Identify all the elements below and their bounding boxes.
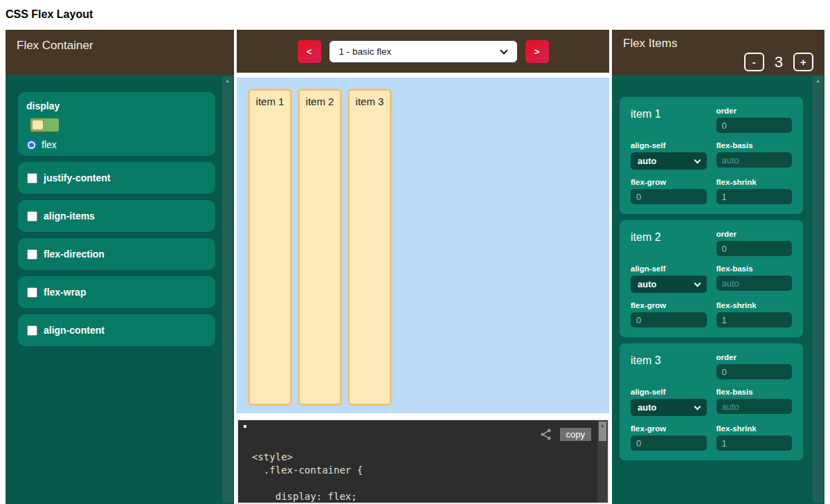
- item-3-flex-shrink-field: flex-shrink: [716, 424, 793, 451]
- item-1-flex-basis-input[interactable]: [716, 152, 793, 168]
- item-3-align-self-value: auto: [638, 402, 656, 413]
- item-1-align-self-field: align-self auto: [631, 141, 707, 170]
- flex-items-panel-body: item 1 order align-self auto flex-basis: [612, 75, 824, 504]
- code-cursor-dot: [244, 425, 246, 428]
- flex-container-panel: Flex Container display flex justify-cont…: [6, 30, 234, 504]
- justify-content-label: justify-content: [44, 172, 110, 183]
- decrease-items-button[interactable]: -: [744, 53, 764, 71]
- property-card-flex-direction: flex-direction: [18, 238, 215, 270]
- chevron-down-icon: [694, 157, 701, 164]
- item-2-order-field: order: [716, 230, 793, 256]
- item-2-order-input[interactable]: [716, 241, 793, 256]
- preview-panel: < 1 - basic flex > item 1 item 2 item 3: [237, 30, 609, 504]
- code-toolbar: copy: [539, 428, 591, 441]
- flex-container-panel-header: Flex Container: [6, 30, 234, 75]
- item-1-flex-grow-input[interactable]: [631, 189, 707, 204]
- item-3-align-self-field: align-self auto: [631, 388, 707, 416]
- item-1-align-self-value: auto: [638, 156, 656, 166]
- scroll-up-icon[interactable]: ▲: [813, 76, 823, 86]
- item-1-align-self-select[interactable]: auto: [631, 152, 707, 170]
- justify-content-checkbox[interactable]: [27, 173, 37, 183]
- item-3-order-input[interactable]: [716, 364, 793, 379]
- flex-preview-item-1: item 1: [248, 89, 292, 406]
- item-card-1: item 1 order align-self auto flex-basis: [620, 97, 803, 214]
- item-1-order-input[interactable]: [716, 118, 793, 133]
- code-scrollbar-thumb[interactable]: ▲: [599, 422, 606, 441]
- display-card: display flex: [18, 92, 215, 156]
- item-3-flex-grow-input[interactable]: [631, 435, 707, 451]
- item-card-3: item 3 order align-self auto flex-basis: [620, 343, 803, 460]
- flex-preview-item-2: item 2: [298, 89, 342, 406]
- preview-header: < 1 - basic flex >: [237, 30, 609, 73]
- item-3-order-field: order: [716, 353, 793, 379]
- flex-items-panel: Flex Items - 3 + item 1 order align-self…: [612, 30, 824, 504]
- flex-grow-label: flex-grow: [631, 424, 707, 433]
- chevron-down-icon: [694, 280, 701, 287]
- item-3-flex-basis-field: flex-basis: [716, 388, 793, 416]
- flex-shrink-label: flex-shrink: [716, 178, 793, 186]
- code-line: [252, 477, 608, 490]
- item-2-flex-grow-field: flex-grow: [631, 301, 707, 327]
- flex-grow-label: flex-grow: [631, 178, 707, 186]
- flex-preview-item-3: item 3: [348, 89, 392, 406]
- display-toggle[interactable]: [29, 117, 60, 133]
- property-card-align-content: align-content: [18, 314, 215, 346]
- code-content[interactable]: <style> .flex-container { display: flex;: [252, 451, 608, 503]
- increase-items-button[interactable]: +: [793, 53, 813, 71]
- preset-select[interactable]: 1 - basic flex: [329, 40, 518, 63]
- display-flex-radio-label: flex: [42, 139, 57, 150]
- item-2-align-self-select[interactable]: auto: [631, 276, 707, 293]
- flex-items-panel-header: Flex Items - 3 +: [612, 30, 824, 75]
- copy-button[interactable]: copy: [560, 428, 591, 441]
- next-preset-button[interactable]: >: [525, 40, 549, 63]
- item-1-flex-shrink-input[interactable]: [716, 189, 793, 204]
- item-2-flex-grow-input[interactable]: [631, 312, 707, 327]
- page-title: CSS Flex Layout: [6, 7, 830, 21]
- item-card-2: item 2 order align-self auto flex-basis: [620, 220, 803, 337]
- items-count: 3: [775, 53, 783, 71]
- item-3-align-self-select[interactable]: auto: [631, 399, 707, 416]
- flex-basis-label: flex-basis: [716, 388, 793, 396]
- chevron-down-icon: [694, 404, 701, 411]
- flex-shrink-label: flex-shrink: [716, 301, 793, 309]
- display-flex-radio[interactable]: [26, 140, 37, 150]
- item-3-title: item 3: [631, 353, 707, 367]
- order-label: order: [716, 230, 793, 238]
- flex-direction-checkbox[interactable]: [27, 249, 37, 260]
- left-panel-scrollbar[interactable]: ▲: [222, 76, 233, 503]
- item-2-flex-shrink-input[interactable]: [716, 312, 793, 327]
- item-1-flex-shrink-field: flex-shrink: [716, 178, 793, 204]
- share-icon[interactable]: [539, 428, 552, 441]
- flex-wrap-checkbox[interactable]: [27, 287, 37, 298]
- code-panel: copy <style> .flex-container { display: …: [237, 419, 609, 504]
- item-1-flex-grow-field: flex-grow: [631, 178, 707, 204]
- align-content-label: align-content: [44, 325, 105, 336]
- item-2-flex-basis-field: flex-basis: [716, 264, 793, 293]
- flex-preview-container: item 1 item 2 item 3: [237, 78, 609, 413]
- align-items-checkbox[interactable]: [27, 211, 37, 222]
- display-toggle-knob: [31, 119, 44, 131]
- item-3-flex-shrink-input[interactable]: [716, 435, 793, 451]
- flex-container-panel-title: Flex Container: [17, 39, 93, 52]
- code-panel-scrollbar[interactable]: ▲: [597, 420, 608, 503]
- property-card-justify-content: justify-content: [18, 162, 215, 194]
- item-3-flex-grow-field: flex-grow: [631, 424, 707, 451]
- preset-select-value: 1 - basic flex: [339, 46, 392, 57]
- prev-preset-button[interactable]: <: [298, 40, 321, 63]
- flex-basis-label: flex-basis: [716, 141, 793, 150]
- align-self-label: align-self: [631, 264, 707, 273]
- align-content-checkbox[interactable]: [27, 325, 37, 336]
- flex-wrap-label: flex-wrap: [44, 287, 86, 298]
- item-1-flex-basis-field: flex-basis: [716, 141, 793, 170]
- chevron-down-icon: [500, 46, 507, 54]
- scroll-up-icon[interactable]: ▲: [222, 76, 233, 86]
- flex-shrink-label: flex-shrink: [716, 424, 793, 433]
- flex-grow-label: flex-grow: [631, 301, 707, 309]
- item-3-flex-basis-input[interactable]: [716, 399, 793, 414]
- right-panel-scrollbar[interactable]: ▲: [813, 76, 823, 503]
- display-radio-row: flex: [26, 139, 207, 150]
- item-2-flex-shrink-field: flex-shrink: [716, 301, 793, 327]
- property-card-flex-wrap: flex-wrap: [18, 276, 215, 308]
- item-2-align-self-value: auto: [638, 279, 656, 289]
- item-2-flex-basis-input[interactable]: [716, 276, 793, 291]
